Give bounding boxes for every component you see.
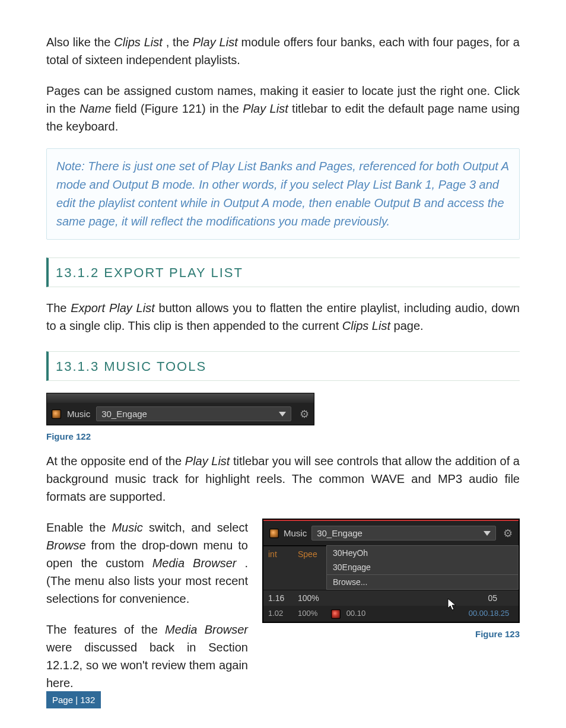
section-heading-export: 13.1.2 EXPORT PLAY LIST <box>46 257 520 287</box>
cell: 1.02 <box>263 606 293 622</box>
figure-music-panel: Music 30_Engage ⚙ <box>46 393 314 425</box>
text-italic: Name <box>80 102 111 115</box>
music-label: Music <box>67 409 90 419</box>
gear-icon[interactable]: ⚙ <box>503 528 513 539</box>
text: At the opposite end of the <box>46 454 185 468</box>
chevron-down-icon <box>484 531 491 536</box>
text: switch, and select <box>149 521 248 534</box>
text-italic: Play List <box>193 36 238 49</box>
text: Also like the <box>46 36 114 49</box>
text: Enable the <box>46 521 112 534</box>
cell: 100% <box>293 590 326 606</box>
music-track-dropdown[interactable]: 30_Engage <box>311 526 496 541</box>
text: were discussed back in Section 12.1.2, s… <box>46 641 248 689</box>
cell <box>502 590 519 606</box>
figure-music-dropdown-panel: Music 30_Engage ⚙ int Spee 30HeyOh 30Eng… <box>262 519 520 623</box>
section-heading-music-tools: 13.1.3 MUSIC TOOLS <box>46 351 520 381</box>
paragraph: Pages can be assigned custom names, maki… <box>46 82 520 135</box>
text-italic: Media Browser <box>152 557 237 570</box>
cell: 1.16 <box>263 590 293 606</box>
cell: 05 <box>470 590 502 606</box>
figure-caption: Figure 123 <box>262 629 520 639</box>
menu-item[interactable]: 30Engage <box>327 560 518 574</box>
menu-item-browse[interactable]: Browse... <box>327 574 518 589</box>
paragraph: Also like the Clips List , the Play List… <box>46 33 520 69</box>
music-row: Music 30_Engage ⚙ <box>47 403 314 425</box>
text: field (Figure 121) in the <box>115 102 243 115</box>
text-italic: Clips List <box>114 36 162 49</box>
gear-icon[interactable]: ⚙ <box>300 409 309 419</box>
page-footer: Page | 132 <box>46 691 101 708</box>
paragraph: Enable the Music switch, and select Brow… <box>46 519 248 608</box>
cursor-icon <box>447 598 457 611</box>
music-toggle-led-icon[interactable] <box>52 409 61 419</box>
text: , the <box>166 36 193 49</box>
col-speed-header: Spee <box>293 546 326 590</box>
text-italic: Play List <box>243 102 288 115</box>
chevron-down-icon <box>279 412 286 417</box>
figure-caption: Figure 122 <box>46 431 520 441</box>
page-number-badge: Page | 132 <box>46 691 101 708</box>
text: page. <box>394 319 424 332</box>
paragraph: At the opposite end of the Play List tit… <box>46 452 520 506</box>
text-italic: Clips List <box>342 319 390 332</box>
titlebar-strip <box>47 393 314 403</box>
section-title: 13.1.3 MUSIC TOOLS <box>56 359 514 374</box>
col-int-header: int <box>263 546 293 590</box>
text: The <box>46 301 71 314</box>
music-label: Music <box>284 528 307 538</box>
music-row: Music 30_Engage ⚙ <box>263 520 519 546</box>
menu-item[interactable]: 30HeyOh <box>327 546 518 560</box>
record-led-icon <box>331 609 341 619</box>
section-title: 13.1.2 EXPORT PLAY LIST <box>56 265 514 281</box>
text-italic: Music <box>112 521 142 534</box>
text-italic: Media Browser <box>165 623 248 636</box>
paragraph: The features of the Media Browser were d… <box>46 621 248 692</box>
text-italic: Browse <box>46 539 86 552</box>
text-italic: Play List <box>185 454 230 468</box>
note-box: Note: There is just one set of Play List… <box>46 148 520 240</box>
cell-in-value: 00.10 <box>346 609 366 618</box>
cell: 100% <box>293 606 326 622</box>
text-italic: Export Play List <box>71 301 154 314</box>
cell-out: 00.00.18.25 <box>459 606 519 622</box>
cell-in: 00.10 <box>326 606 459 622</box>
music-track-dropdown[interactable]: 30_Engage <box>96 406 291 421</box>
track-menu: 30HeyOh 30Engage Browse... <box>326 545 519 590</box>
music-track-value: 30_Engage <box>101 409 147 419</box>
paragraph: The Export Play List button allows you t… <box>46 299 520 335</box>
music-track-value: 30_Engage <box>317 528 363 538</box>
text: The features of the <box>46 623 165 636</box>
music-toggle-led-icon[interactable] <box>269 529 279 538</box>
